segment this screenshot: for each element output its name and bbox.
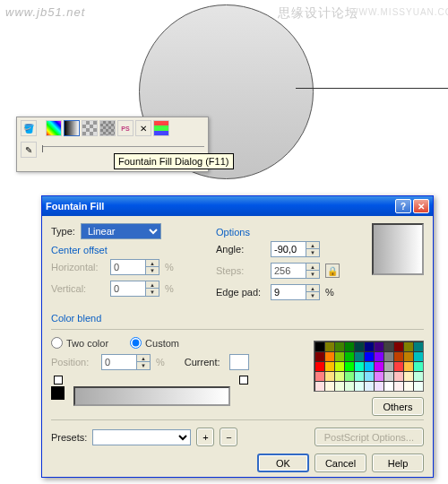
- palette-swatch[interactable]: [403, 381, 413, 391]
- fountain-fill-icon[interactable]: [64, 120, 80, 136]
- palette-swatch[interactable]: [383, 381, 393, 391]
- palette-swatch[interactable]: [413, 351, 423, 361]
- palette-swatch[interactable]: [334, 371, 344, 381]
- gradient-bar[interactable]: [73, 386, 230, 406]
- presets-select[interactable]: [92, 429, 191, 445]
- dialog-title: Fountain Fill: [46, 201, 104, 212]
- palette-swatch[interactable]: [344, 361, 354, 371]
- center-offset-title: Center offset: [51, 245, 203, 255]
- palette-swatch[interactable]: [393, 341, 403, 351]
- gradient-marker-start[interactable]: [54, 376, 63, 385]
- preset-remove-button[interactable]: −: [220, 428, 237, 446]
- fill-toolbar: 🪣 PS ✕ ✎ Fountain Fill Dialog (F11): [16, 117, 209, 172]
- palette-swatch[interactable]: [393, 361, 403, 371]
- palette-swatch[interactable]: [314, 341, 324, 351]
- palette-swatch[interactable]: [413, 341, 423, 351]
- close-window-button[interactable]: ✕: [413, 199, 429, 213]
- palette-swatch[interactable]: [344, 371, 354, 381]
- palette-swatch[interactable]: [374, 351, 383, 361]
- palette-swatch[interactable]: [354, 381, 364, 391]
- postscript-fill-icon[interactable]: PS: [117, 120, 134, 136]
- palette-swatch[interactable]: [334, 341, 344, 351]
- palette-swatch[interactable]: [324, 351, 334, 361]
- palette-swatch[interactable]: [374, 361, 383, 371]
- ok-button[interactable]: OK: [257, 454, 309, 472]
- palette-swatch[interactable]: [383, 351, 393, 361]
- edge-label: Edge pad:: [216, 287, 265, 298]
- palette-swatch[interactable]: [354, 371, 364, 381]
- palette-swatch[interactable]: [374, 381, 383, 391]
- start-color-swatch[interactable]: [51, 386, 65, 400]
- others-button[interactable]: Others: [372, 397, 424, 416]
- percent-unit: %: [165, 283, 174, 294]
- steps-lock-icon[interactable]: 🔒: [325, 264, 340, 278]
- custom-radio[interactable]: Custom: [130, 337, 179, 349]
- palette-swatch[interactable]: [314, 371, 324, 381]
- palette-swatch[interactable]: [383, 371, 393, 381]
- palette-swatch[interactable]: [354, 341, 364, 351]
- palette-swatch[interactable]: [314, 361, 324, 371]
- uniform-fill-icon[interactable]: [46, 120, 62, 136]
- texture-fill-icon[interactable]: [99, 120, 116, 136]
- current-label: Current:: [185, 357, 220, 367]
- current-color-box[interactable]: [229, 354, 249, 370]
- palette-swatch[interactable]: [354, 361, 364, 371]
- angle-spinner[interactable]: ▲▼: [306, 241, 320, 257]
- palette-swatch[interactable]: [403, 361, 413, 371]
- palette-swatch[interactable]: [364, 381, 374, 391]
- palette-swatch[interactable]: [413, 361, 423, 371]
- type-select[interactable]: Linear: [81, 223, 161, 239]
- palette-swatch[interactable]: [393, 381, 403, 391]
- preset-add-button[interactable]: +: [196, 428, 214, 446]
- palette-swatch[interactable]: [324, 381, 334, 391]
- palette-swatch[interactable]: [324, 361, 334, 371]
- help-window-button[interactable]: ?: [395, 199, 411, 213]
- palette-swatch[interactable]: [383, 361, 393, 371]
- palette-swatch[interactable]: [393, 371, 403, 381]
- palette-swatch[interactable]: [314, 351, 324, 361]
- palette-swatch[interactable]: [344, 351, 354, 361]
- palette-swatch[interactable]: [364, 371, 374, 381]
- steps-label: Steps:: [216, 265, 265, 276]
- angle-input[interactable]: [271, 241, 306, 257]
- palette-swatch[interactable]: [334, 351, 344, 361]
- edge-unit: %: [325, 287, 334, 298]
- palette-swatch[interactable]: [324, 341, 334, 351]
- edge-input[interactable]: [271, 284, 306, 300]
- cancel-button[interactable]: Cancel: [314, 454, 366, 472]
- palette-swatch[interactable]: [364, 351, 374, 361]
- position-label: Position:: [51, 357, 96, 367]
- postscript-button: PostScript Options...: [314, 428, 424, 446]
- palette-swatch[interactable]: [334, 361, 344, 371]
- palette-swatch[interactable]: [374, 371, 383, 381]
- gradient-marker-end[interactable]: [239, 376, 248, 385]
- palette-swatch[interactable]: [403, 351, 413, 361]
- palette-swatch[interactable]: [403, 341, 413, 351]
- twocolor-radio[interactable]: Two color: [51, 337, 108, 349]
- palette-swatch[interactable]: [354, 351, 364, 361]
- vertical-spinner: ▲▼: [146, 281, 159, 297]
- palette-swatch[interactable]: [374, 341, 383, 351]
- palette-swatch[interactable]: [413, 381, 423, 391]
- no-fill-icon[interactable]: ✕: [135, 120, 151, 136]
- titlebar[interactable]: Fountain Fill ? ✕: [42, 196, 433, 216]
- palette-swatch[interactable]: [344, 341, 354, 351]
- palette-swatch[interactable]: [364, 361, 374, 371]
- dropper-icon[interactable]: ✎: [21, 142, 37, 158]
- color-palette[interactable]: [314, 341, 424, 392]
- paint-bucket-icon[interactable]: 🪣: [21, 120, 37, 136]
- palette-swatch[interactable]: [403, 371, 413, 381]
- gradient-preview: [372, 223, 424, 275]
- palette-swatch[interactable]: [393, 351, 403, 361]
- pattern-fill-icon[interactable]: [82, 120, 98, 136]
- help-button[interactable]: Help: [372, 454, 424, 472]
- edge-spinner[interactable]: ▲▼: [306, 284, 320, 300]
- palette-swatch[interactable]: [344, 381, 354, 391]
- color-docker-icon[interactable]: [153, 120, 169, 136]
- palette-swatch[interactable]: [324, 371, 334, 381]
- palette-swatch[interactable]: [413, 371, 423, 381]
- palette-swatch[interactable]: [334, 381, 344, 391]
- palette-swatch[interactable]: [383, 341, 393, 351]
- palette-swatch[interactable]: [364, 341, 374, 351]
- palette-swatch[interactable]: [314, 381, 324, 391]
